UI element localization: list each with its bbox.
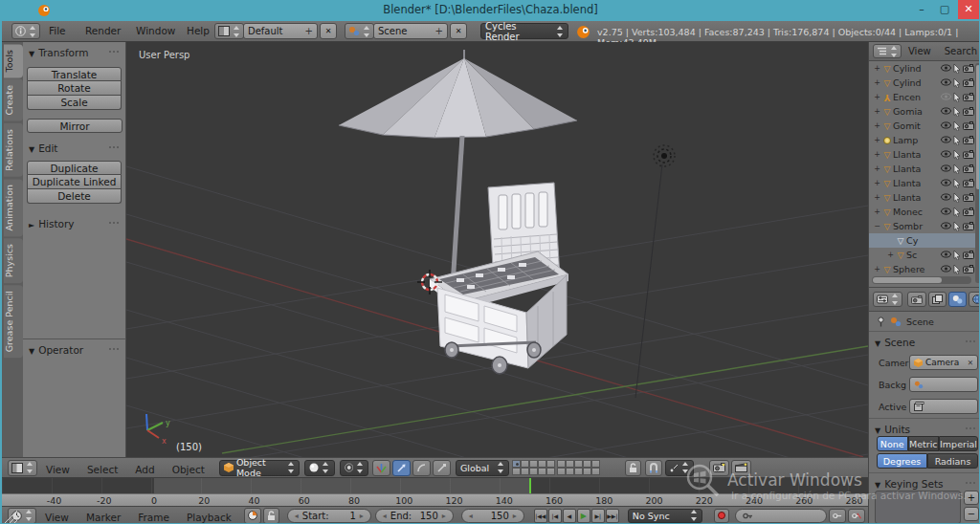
eye-icon[interactable] bbox=[941, 222, 951, 229]
outliner-item-llanta[interactable]: +▽Llanta bbox=[869, 147, 980, 162]
camera-render-icon[interactable] bbox=[963, 251, 974, 259]
expand-icon[interactable]: − bbox=[873, 222, 881, 230]
expand-icon[interactable]: + bbox=[873, 193, 881, 202]
current-frame-field[interactable]: ◂ 150 ▸ bbox=[461, 509, 524, 523]
layer-toggle[interactable] bbox=[574, 460, 583, 468]
timeline-menu-playback[interactable]: Playback bbox=[178, 508, 240, 523]
outliner-item-sphere[interactable]: +▽Sphere bbox=[869, 262, 980, 276]
remove-keying-set-button[interactable]: − bbox=[964, 507, 979, 521]
eye-icon[interactable] bbox=[941, 193, 951, 201]
expand-icon[interactable]: + bbox=[873, 150, 881, 159]
camera-field[interactable]: Camera ✕ bbox=[909, 355, 978, 370]
panel-grip-icon[interactable] bbox=[108, 145, 121, 150]
play-reverse-button[interactable]: ◀ bbox=[563, 509, 576, 523]
scene-name-field[interactable]: Scene + bbox=[373, 23, 448, 39]
shelf-tab-relations[interactable]: Relations bbox=[4, 123, 23, 177]
outliner-item-gomia[interactable]: +▽Gomia bbox=[869, 104, 980, 119]
tab-render[interactable] bbox=[907, 292, 926, 307]
camera-render-icon[interactable] bbox=[963, 193, 974, 202]
expand-icon[interactable]: + bbox=[873, 164, 881, 173]
layer-toggle[interactable] bbox=[546, 468, 555, 475]
panel-header-scene[interactable]: ▼Scene bbox=[869, 331, 980, 351]
layer-toggle[interactable] bbox=[583, 460, 591, 468]
camera-render-icon[interactable] bbox=[963, 164, 974, 173]
start-frame-field[interactable]: ◂ Start: 1 ▸ bbox=[287, 509, 371, 523]
viewport-menu-add[interactable]: Add bbox=[126, 460, 163, 475]
eye-icon[interactable] bbox=[941, 121, 951, 129]
shelf-tab-create[interactable]: Create bbox=[4, 79, 23, 121]
layer-toggle[interactable] bbox=[529, 468, 538, 475]
layer-toggle[interactable] bbox=[583, 468, 591, 475]
snap-element-select[interactable] bbox=[665, 460, 694, 476]
camera-render-icon[interactable] bbox=[963, 222, 974, 230]
layer-toggle[interactable] bbox=[538, 460, 546, 468]
cursor-select-icon[interactable] bbox=[953, 251, 961, 260]
panel-grip-icon[interactable] bbox=[108, 347, 121, 352]
viewport-menu-view[interactable]: View bbox=[37, 460, 78, 475]
close-scene-button[interactable]: ✕ bbox=[450, 23, 467, 39]
layer-toggle[interactable] bbox=[591, 460, 600, 468]
pivot-select[interactable] bbox=[340, 460, 368, 476]
cursor-select-icon[interactable] bbox=[953, 121, 961, 131]
cursor-select-icon[interactable] bbox=[953, 207, 961, 217]
outliner-item-gomit[interactable]: +▽Gomit bbox=[869, 119, 980, 133]
orientation-select[interactable]: Global bbox=[456, 460, 509, 476]
eye-icon[interactable] bbox=[941, 207, 951, 215]
rotate-manipulator-button[interactable] bbox=[412, 460, 431, 476]
timeline-playhead[interactable] bbox=[529, 478, 531, 493]
record-button[interactable] bbox=[714, 509, 729, 523]
window-menu-button[interactable] bbox=[11, 23, 40, 39]
close-icon[interactable]: ✕ bbox=[968, 359, 973, 367]
camera-render-icon[interactable] bbox=[963, 121, 974, 130]
camera-render-icon[interactable] bbox=[963, 107, 974, 116]
increment-icon[interactable]: ▸ bbox=[442, 512, 446, 520]
translate-button[interactable]: Translate bbox=[27, 67, 122, 81]
expand-icon[interactable]: + bbox=[873, 93, 881, 101]
menu-help[interactable]: Help bbox=[178, 21, 218, 36]
opengl-render-button[interactable] bbox=[709, 460, 729, 476]
duplicate-linked-button[interactable]: Duplicate Linked bbox=[27, 175, 122, 189]
layer-toggle[interactable] bbox=[512, 468, 521, 475]
mirror-button[interactable]: Mirror bbox=[27, 119, 122, 133]
expand-icon[interactable]: + bbox=[873, 179, 881, 187]
scale-button[interactable]: Scale bbox=[27, 96, 122, 110]
outliner-item-lamp[interactable]: +Lamp bbox=[869, 133, 980, 147]
translate-manipulator-button[interactable] bbox=[392, 460, 411, 476]
pin-icon[interactable] bbox=[877, 317, 885, 327]
rotate-button[interactable]: Rotate bbox=[27, 81, 122, 96]
snap-toggle-button[interactable] bbox=[645, 460, 662, 476]
eye-icon[interactable] bbox=[941, 265, 951, 273]
cursor-select-icon[interactable] bbox=[953, 265, 961, 274]
lock-time-button[interactable] bbox=[263, 508, 279, 524]
units-metric-button[interactable]: Metric bbox=[908, 436, 940, 451]
cursor-select-icon[interactable] bbox=[953, 64, 961, 74]
close-button[interactable]: ✕ bbox=[958, 0, 979, 19]
layer-toggle[interactable] bbox=[574, 468, 583, 475]
keying-sets-list[interactable] bbox=[875, 491, 961, 524]
active-clip-field[interactable] bbox=[909, 399, 978, 414]
panel-grip-icon[interactable] bbox=[965, 481, 977, 486]
add-keying-set-button[interactable]: + bbox=[964, 491, 979, 505]
outliner-item-sc[interactable]: +▽Sc bbox=[869, 248, 980, 262]
layer-toggle[interactable] bbox=[521, 460, 529, 468]
lamp-object[interactable] bbox=[635, 145, 675, 398]
camera-render-icon[interactable] bbox=[963, 78, 974, 87]
increment-icon[interactable]: ▸ bbox=[360, 512, 364, 520]
layer-toggle[interactable] bbox=[591, 468, 600, 475]
units-degrees-button[interactable]: Degrees bbox=[877, 453, 927, 469]
layer-toggle[interactable] bbox=[557, 468, 566, 475]
eye-icon[interactable] bbox=[941, 93, 951, 100]
duplicate-button[interactable]: Duplicate bbox=[27, 161, 122, 175]
delete-button[interactable]: Delete bbox=[27, 189, 122, 204]
close-layout-button[interactable]: ✕ bbox=[320, 23, 337, 39]
next-keyframe-button[interactable]: ▶| bbox=[591, 509, 605, 523]
camera-render-icon[interactable] bbox=[963, 136, 974, 144]
expand-icon[interactable]: + bbox=[873, 64, 881, 73]
panel-header-units[interactable]: ▼Units bbox=[869, 418, 980, 438]
scene-browse-button[interactable] bbox=[345, 23, 374, 39]
menu-file[interactable]: File bbox=[40, 21, 75, 36]
shelf-tab-grease-pencil[interactable]: Grease Pencil bbox=[4, 285, 23, 358]
camera-render-icon[interactable] bbox=[963, 207, 974, 216]
scale-manipulator-button[interactable] bbox=[433, 460, 451, 476]
jump-start-button[interactable]: |◀◀ bbox=[534, 509, 547, 523]
